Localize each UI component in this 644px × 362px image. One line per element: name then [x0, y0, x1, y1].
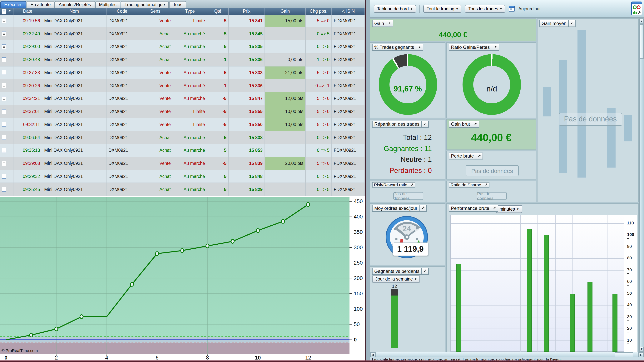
cell-code: DXM0921 — [106, 118, 138, 131]
svg-text:150: 150 — [354, 290, 363, 296]
tab-annul-s-rejet-s[interactable]: Annulés/Rejetés — [55, 1, 95, 7]
wrench-icon[interactable] — [492, 205, 498, 212]
wrench-icon[interactable] — [409, 182, 416, 188]
cell-qty: 5 — [207, 144, 229, 157]
cell-name: Mini DAX Only0921 — [42, 14, 106, 27]
svg-text:400: 400 — [354, 213, 363, 219]
table-row[interactable]: 09:32:49Mini DAX Only0921DXM0921AchatAu … — [0, 27, 365, 40]
cell-type: Limite — [173, 118, 207, 131]
scroll-down-button[interactable]: ▼ — [640, 347, 644, 352]
cell-time: 09:32:49 — [14, 27, 42, 40]
dashboard-settings-icon[interactable] — [631, 1, 642, 15]
wrench-icon[interactable] — [476, 153, 483, 159]
wrench-icon[interactable] — [472, 121, 479, 128]
perf-axis-label: 30 — [627, 314, 638, 319]
wrench-icon[interactable] — [483, 182, 489, 188]
table-row[interactable]: 09:19:56Mini DAX Only0921DXM0921VenteLim… — [0, 14, 365, 27]
document-icon — [2, 174, 6, 179]
performance-interval-dropdown[interactable]: minutes ▾ — [496, 205, 522, 213]
vertical-scrollbar-thumb[interactable] — [640, 24, 644, 59]
document-icon — [2, 122, 6, 127]
column-header-sens[interactable]: Sens — [138, 8, 173, 14]
tab-tous[interactable]: Tous — [169, 1, 186, 7]
cell-qty: -1 — [207, 79, 229, 92]
column-header-code[interactable]: Code — [106, 8, 138, 14]
table-row[interactable]: 09:25:45Mini DAX Only0921DXM0921AchatAu … — [0, 183, 365, 196]
red-circle-icon — [637, 5, 640, 9]
cell-isin: FDXM0921 — [332, 118, 365, 131]
cell-name: Mini DAX Only0921 — [42, 53, 106, 66]
table-row[interactable]: 09:32:11Mini DAX Only0921DXM0921VenteLim… — [0, 118, 365, 131]
column-header-nom[interactable]: Nom — [42, 8, 106, 14]
cell-code: DXM0921 — [106, 144, 138, 157]
scroll-right-button[interactable]: ▶ — [638, 353, 644, 357]
cell-code: DXM0921 — [106, 92, 138, 105]
document-icon — [2, 187, 6, 192]
tab-trading-automatique[interactable]: Trading automatique — [121, 1, 169, 7]
cell-isin: FDXM0921 — [332, 27, 365, 40]
table-row[interactable]: 09:27:33Mini DAX Only0921DXM0921VenteAu … — [0, 66, 365, 79]
column-header-gain[interactable]: Gain — [265, 8, 306, 14]
cell-name: Mini DAX Only0921 — [42, 131, 106, 144]
cell — [0, 66, 14, 79]
horizontal-scrollbar-thumb[interactable] — [615, 353, 633, 357]
wrench-icon[interactable] — [422, 268, 429, 275]
table-row[interactable]: 09:29:08Mini DAX Only0921DXM0921VenteAu … — [0, 157, 365, 170]
wrench-icon[interactable] — [420, 205, 426, 212]
perf-axis-label: 90 — [627, 244, 638, 248]
column-header-date[interactable]: Date — [14, 8, 42, 14]
column-header-chg-pos-[interactable]: Chg pos. — [306, 8, 332, 14]
scroll-right-icon: ▶ — [640, 353, 642, 357]
table-row[interactable]: 09:37:01Mini DAX Only0921DXM0921VenteLim… — [0, 105, 365, 118]
view-dropdown[interactable]: Tableau de bord ▾ — [374, 5, 416, 12]
table-row[interactable]: 09:29:32Mini DAX Only0921DXM0921AchatAu … — [0, 170, 365, 183]
dashboard-vertical-scrollbar[interactable]: ▲ ▼ — [639, 18, 644, 352]
cell-side: Achat — [138, 27, 173, 40]
tab-en-attente[interactable]: En attente — [27, 1, 54, 7]
wrench-icon[interactable] — [569, 20, 576, 27]
wrench-icon[interactable] — [492, 44, 499, 51]
column-header-qt-[interactable]: Qté — [207, 8, 229, 14]
tab-ex-cut-s[interactable]: Exécutés — [0, 1, 26, 7]
table-row[interactable]: 09:20:26Mini DAX Only0921DXM0921VenteAu … — [0, 79, 365, 92]
svg-text:0: 0 — [354, 337, 357, 343]
cell-side: Achat — [138, 53, 173, 66]
placeholder-bar — [624, 115, 632, 141]
table-row[interactable]: 09:06:54Mini DAX Only0921DXM0921AchatAu … — [0, 131, 365, 144]
column-header-type[interactable]: Type — [173, 8, 207, 14]
perf-gridline — [450, 235, 624, 235]
perf-gridline — [450, 317, 624, 317]
weekday-dropdown[interactable]: Jour de la semaine ▾ — [372, 275, 420, 283]
cell-type: Limite — [173, 105, 207, 118]
wrench-icon[interactable] — [8, 9, 11, 13]
trades-filter-dropdown[interactable]: Tous les trades ▾ — [465, 5, 506, 12]
cell-gain — [265, 144, 306, 157]
table-row[interactable]: 09:29:00Mini DAX Only0921DXM0921AchatAu … — [0, 40, 365, 53]
wrench-icon[interactable] — [386, 20, 393, 27]
table-row[interactable]: 09:35:13Mini DAX Only0921DXM0921AchatAu … — [0, 144, 365, 157]
tab-multiples[interactable]: Multiples — [95, 1, 120, 7]
scroll-up-button[interactable]: ▲ — [640, 19, 644, 24]
cell-side: Achat — [138, 183, 173, 196]
perf-gridline — [486, 215, 486, 352]
wrench-icon[interactable] — [416, 44, 423, 51]
calendar-icon[interactable] — [509, 6, 515, 11]
svg-text:12: 12 — [305, 355, 311, 360]
cell-price: 15 855 — [229, 105, 265, 118]
table-row[interactable]: 09:20:48Mini DAX Only0921DXM0921AchatAu … — [0, 53, 365, 66]
cell-price: 15 836 — [229, 53, 265, 66]
table-row[interactable]: 09:34:21Mini DAX Only0921DXM0921VenteAu … — [0, 92, 365, 105]
trade-breakdown-title: Répartition des trades — [372, 121, 422, 128]
perf-gridline — [468, 215, 468, 352]
scroll-up-icon: ▲ — [640, 19, 643, 23]
wrench-icon[interactable] — [422, 121, 429, 128]
mini-bars-icon — [633, 11, 636, 14]
column-header-prix[interactable]: Prix — [229, 8, 265, 14]
scroll-left-button[interactable]: ◀ — [370, 353, 376, 357]
dashboard-horizontal-scrollbar[interactable]: ◀ ▶ — [370, 352, 644, 358]
scope-dropdown[interactable]: Tout le trading ▾ — [423, 5, 462, 12]
column-header-isin[interactable]: △ ISIN — [332, 8, 365, 14]
cell-type: Au marché — [173, 66, 207, 79]
perf-axis-label: 110 — [627, 220, 638, 225]
cell-position-change: 0 => 5 — [306, 27, 332, 40]
